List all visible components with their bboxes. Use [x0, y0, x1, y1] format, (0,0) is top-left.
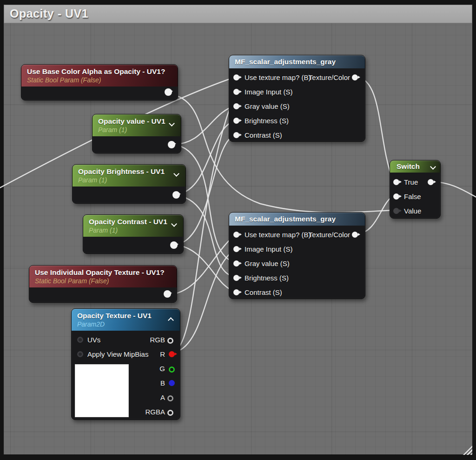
input-pin-contrast[interactable] — [233, 289, 239, 295]
node-title: Use Individual Opacity Texture - UV1? — [35, 268, 171, 277]
input-pin-uvs[interactable] — [77, 337, 83, 343]
input-pin-contrast[interactable] — [233, 132, 239, 138]
input-pin-gray-value[interactable] — [233, 103, 239, 109]
input-pin-use-texture-map[interactable] — [233, 74, 239, 80]
output-pin[interactable] — [170, 241, 178, 249]
input-pin-use-texture-map[interactable] — [233, 232, 239, 238]
output-label: RGBA — [145, 408, 165, 416]
node-title: Use Base Color Alpha as Opacity - UV1? — [27, 67, 172, 76]
input-pin-value[interactable] — [393, 208, 399, 214]
node-subtitle: Param (1) — [89, 227, 178, 234]
node-subtitle: Param (1) — [78, 176, 180, 184]
input-pin-gray-value[interactable] — [233, 260, 239, 267]
node-header: Opacity value - UV1 Param (1) — [93, 114, 181, 136]
chevron-up-icon[interactable] — [169, 316, 173, 321]
output-pin-texture-color[interactable] — [352, 232, 358, 238]
comment-title: Opacity - UV1 — [10, 7, 88, 20]
output-label: Texture/Color — [309, 231, 350, 239]
chevron-down-icon[interactable] — [174, 172, 179, 176]
node-subtitle: Static Bool Param (False) — [35, 277, 171, 285]
output-pin[interactable] — [165, 88, 172, 96]
chevron-down-icon[interactable] — [172, 222, 177, 227]
output-pin-texture-color[interactable] — [352, 74, 358, 80]
input-label: Apply View MipBias — [87, 350, 148, 358]
node-switch[interactable]: Switch True False Value — [390, 160, 441, 219]
output-pin-a[interactable] — [167, 395, 173, 401]
node-opacity-value[interactable]: Opacity value - UV1 Param (1) — [92, 114, 181, 153]
input-pin-apply-view-mipbias[interactable] — [77, 351, 83, 357]
output-pin[interactable] — [168, 141, 175, 148]
input-label: Image Input (S) — [245, 88, 292, 96]
input-pin-brightness[interactable] — [233, 118, 239, 124]
node-subtitle: Param (1) — [98, 126, 175, 133]
node-mf-scalar-adjustments-bottom[interactable]: MF_scalar_adjustments_gray Use texture m… — [229, 212, 365, 299]
pin-row: Contrast (S) — [229, 128, 282, 142]
chevron-down-icon[interactable] — [431, 165, 436, 169]
output-pin-b[interactable] — [169, 380, 175, 386]
output-pin[interactable] — [428, 179, 434, 185]
input-label: Gray value (S) — [245, 260, 290, 267]
texture-preview[interactable] — [75, 364, 129, 417]
material-graph-window: Opacity - UV1 Use Base Color Alpha as Op… — [0, 0, 476, 460]
output-pin-r[interactable] — [169, 351, 175, 357]
pin-row: Use texture map? (B) Texture/Color — [229, 70, 365, 85]
pin-row: True — [390, 175, 440, 189]
output-label: G — [159, 365, 165, 373]
pin-row: Brightness (S) — [229, 113, 289, 128]
comment-title-bar[interactable]: Opacity - UV1 — [4, 5, 472, 23]
input-label: Image Input (S) — [245, 245, 292, 253]
node-subtitle: Param2D — [77, 320, 174, 328]
input-pin-brightness[interactable] — [233, 275, 239, 281]
output-label: A — [160, 393, 165, 401]
pin-row: Value — [390, 204, 421, 218]
node-mf-scalar-adjustments-top[interactable]: MF_scalar_adjustments_gray Use texture m… — [229, 55, 365, 142]
pin-row: Gray value (S) — [229, 99, 290, 113]
chevron-down-icon[interactable] — [170, 121, 174, 126]
node-use-base-color-alpha[interactable]: Use Base Color Alpha as Opacity - UV1? S… — [21, 64, 178, 100]
pin-row: Use texture map? (B) Texture/Color — [229, 227, 365, 242]
output-pin-rgb[interactable] — [167, 338, 173, 344]
node-title: MF_scalar_adjustments_gray — [235, 215, 359, 223]
pin-row: Image Input (S) — [229, 85, 292, 99]
output-pin-rgba[interactable] — [167, 410, 173, 416]
output-label: RGB — [150, 336, 165, 344]
input-pin-true[interactable] — [393, 179, 399, 185]
output-label: B — [160, 379, 165, 387]
output-pin[interactable] — [164, 290, 171, 298]
pin-row: Contrast (S) — [229, 285, 282, 300]
node-title: Switch — [397, 162, 435, 171]
input-label: UVs — [87, 336, 100, 344]
node-header: MF_scalar_adjustments_gray — [229, 55, 365, 68]
node-use-individual-texture[interactable]: Use Individual Opacity Texture - UV1? St… — [29, 265, 177, 303]
input-pin-false[interactable] — [393, 193, 399, 200]
input-label: Gray value (S) — [245, 102, 290, 110]
node-title: MF_scalar_adjustments_gray — [235, 58, 359, 66]
output-pin[interactable] — [172, 191, 180, 199]
input-label: Value — [404, 207, 421, 215]
pin-row: Brightness (S) — [229, 271, 289, 285]
pin-row: Gray value (S) — [229, 256, 290, 271]
input-label: False — [404, 193, 421, 200]
input-label: Contrast (S) — [245, 131, 282, 139]
input-label: True — [404, 178, 418, 186]
input-label: Use texture map? (B) — [245, 231, 311, 239]
node-header: Switch — [390, 160, 440, 173]
input-pin-image-input[interactable] — [233, 246, 239, 252]
node-subtitle: Static Bool Param (False) — [27, 76, 172, 84]
pin-row: Apply View MipBias — [72, 347, 148, 361]
input-label: Brightness (S) — [245, 274, 289, 282]
output-pin-g[interactable] — [169, 367, 175, 373]
node-opacity-texture[interactable]: Opacity Texture - UV1 Param2D UVs Apply … — [71, 308, 180, 420]
input-pin-image-input[interactable] — [233, 89, 239, 95]
node-title: Opacity Brightness - UV1 — [78, 167, 180, 176]
input-label: Brightness (S) — [245, 117, 289, 125]
node-header: Opacity Texture - UV1 Param2D — [72, 309, 180, 331]
node-opacity-brightness[interactable]: Opacity Brightness - UV1 Param (1) — [72, 164, 186, 204]
node-header: Use Individual Opacity Texture - UV1? St… — [29, 266, 177, 287]
node-header: Opacity Contrast - UV1 Param (1) — [83, 215, 183, 237]
node-title: Opacity Texture - UV1 — [77, 312, 174, 320]
node-opacity-contrast[interactable]: Opacity Contrast - UV1 Param (1) — [83, 214, 184, 254]
node-header: Use Base Color Alpha as Opacity - UV1? S… — [21, 65, 178, 87]
node-header: Opacity Brightness - UV1 Param (1) — [73, 165, 185, 187]
node-title: Opacity value - UV1 — [98, 117, 175, 126]
